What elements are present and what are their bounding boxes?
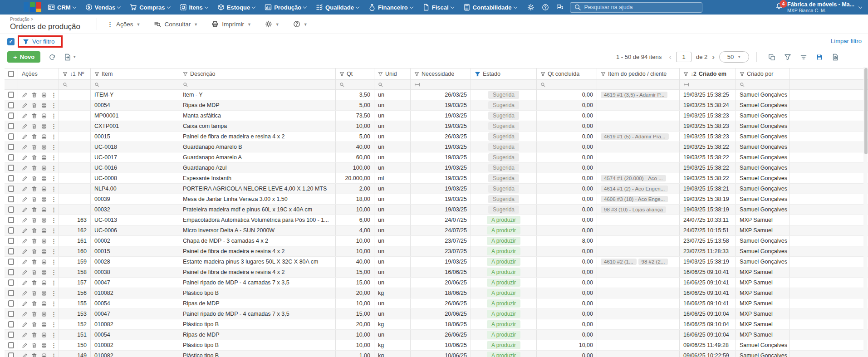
filter-icon[interactable] <box>414 72 419 77</box>
order-item-badge[interactable]: 4610 #2 (1... <box>601 259 637 265</box>
row-more-icon[interactable]: ⋮ <box>51 279 57 286</box>
row-more-icon[interactable]: ⋮ <box>51 92 57 98</box>
delete-icon[interactable] <box>31 155 37 161</box>
ver-filtro-link[interactable]: Ver filtro <box>32 38 55 45</box>
row-more-icon[interactable]: ⋮ <box>51 154 57 161</box>
row-checkbox[interactable] <box>8 206 14 213</box>
edit-icon[interactable] <box>22 280 28 286</box>
column-header-n[interactable]: ↓1Nº <box>59 68 91 79</box>
filter-builder-button[interactable] <box>784 54 791 61</box>
row-checkbox[interactable] <box>8 227 14 234</box>
edit-icon[interactable] <box>22 228 28 234</box>
notifications-bell[interactable]: 4 <box>775 3 783 12</box>
nav-item-itens[interactable]: Itens <box>180 4 208 11</box>
print-icon[interactable] <box>41 353 47 357</box>
nav-item-financeiro[interactable]: Financeiro <box>368 4 413 11</box>
print-icon[interactable] <box>41 123 47 129</box>
row-more-icon[interactable]: ⋮ <box>51 133 57 140</box>
filter-cell-qt[interactable] <box>336 80 374 89</box>
limpar-filtro-link[interactable]: Limpar filtro <box>831 38 862 44</box>
print-icon[interactable] <box>41 207 47 213</box>
edit-icon[interactable] <box>22 311 28 317</box>
row-checkbox[interactable] <box>8 165 14 171</box>
row-more-icon[interactable]: ⋮ <box>51 165 57 171</box>
delete-icon[interactable] <box>31 144 37 150</box>
filter-icon[interactable] <box>683 72 688 77</box>
delete-icon[interactable] <box>31 269 37 275</box>
row-checkbox[interactable] <box>8 144 14 150</box>
next-page-button[interactable]: › <box>712 53 715 61</box>
delete-icon[interactable] <box>31 92 37 98</box>
refresh-button[interactable] <box>49 54 56 61</box>
edit-icon[interactable] <box>22 113 28 119</box>
filter-icon[interactable] <box>183 72 188 77</box>
delete-icon[interactable] <box>31 342 37 348</box>
row-checkbox[interactable] <box>8 259 14 265</box>
row-checkbox[interactable] <box>8 92 14 98</box>
page-number-input[interactable] <box>676 52 691 62</box>
delete-icon[interactable] <box>31 165 37 171</box>
select-all-checkbox[interactable] <box>8 71 14 77</box>
help-search-box[interactable] <box>570 2 702 13</box>
row-checkbox[interactable] <box>8 269 14 275</box>
column-chooser-button[interactable] <box>768 54 775 61</box>
column-header-acoes[interactable]: Ações <box>18 68 59 79</box>
print-icon[interactable] <box>41 113 47 119</box>
row-more-icon[interactable]: ⋮ <box>51 102 57 109</box>
page-size-select[interactable]: 50 ▼ <box>719 51 749 63</box>
order-item-badge[interactable]: 98 #3 (10) - Lojas aliança <box>601 206 666 213</box>
edit-icon[interactable] <box>22 123 28 129</box>
print-icon[interactable] <box>41 280 47 286</box>
report-history-button[interactable] <box>832 54 839 61</box>
settings-gear-icon[interactable] <box>527 4 535 11</box>
previous-page-button[interactable]: ‹ <box>669 53 672 61</box>
imprimir-menu-button[interactable]: Imprimir ▼ <box>211 20 251 28</box>
edit-icon[interactable] <box>22 269 28 275</box>
filter-icon[interactable] <box>94 72 99 77</box>
print-icon[interactable] <box>41 92 47 98</box>
edit-icon[interactable] <box>22 155 28 161</box>
filter-cell-qtc[interactable] <box>537 80 597 89</box>
print-icon[interactable] <box>41 311 47 317</box>
account-menu[interactable]: Fábrica de móveis - Ma... MXP Bianca C. … <box>787 1 854 13</box>
edit-icon[interactable] <box>22 249 28 254</box>
edit-icon[interactable] <box>22 165 28 171</box>
filter-icon[interactable] <box>740 72 745 77</box>
breadcrumb[interactable]: Produção > <box>10 17 80 22</box>
delete-icon[interactable] <box>31 249 37 254</box>
print-icon[interactable] <box>41 322 47 328</box>
row-checkbox[interactable] <box>8 279 14 286</box>
delete-icon[interactable] <box>31 113 37 119</box>
order-item-badge[interactable]: 4619 #1 (5) - Adamir Pra... <box>601 133 669 140</box>
row-checkbox[interactable] <box>8 352 14 357</box>
filter-cell-desc[interactable] <box>179 80 336 89</box>
filter-cell-item[interactable] <box>91 80 179 89</box>
edit-icon[interactable] <box>22 322 28 328</box>
edit-icon[interactable] <box>22 134 28 140</box>
print-icon[interactable] <box>41 144 47 150</box>
edit-icon[interactable] <box>22 238 28 244</box>
row-more-icon[interactable]: ⋮ <box>51 311 57 318</box>
row-checkbox[interactable] <box>8 342 14 348</box>
edit-icon[interactable] <box>22 353 28 357</box>
print-icon[interactable] <box>41 249 47 254</box>
row-more-icon[interactable]: ⋮ <box>51 332 57 338</box>
delete-icon[interactable] <box>31 332 37 338</box>
filter-icon[interactable] <box>601 72 606 77</box>
order-item-badge[interactable]: 98 #2 (2... <box>638 259 668 265</box>
edit-icon[interactable] <box>22 103 28 108</box>
nav-item-fiscal[interactable]: Fiscal <box>422 4 454 11</box>
row-more-icon[interactable]: ⋮ <box>51 269 57 276</box>
row-checkbox[interactable] <box>8 154 14 161</box>
row-checkbox[interactable] <box>8 290 14 296</box>
row-more-icon[interactable]: ⋮ <box>51 352 57 357</box>
print-icon[interactable] <box>41 103 47 108</box>
column-header-qtc[interactable]: Qt concluída <box>537 68 597 79</box>
delete-icon[interactable] <box>31 207 37 213</box>
row-checkbox[interactable] <box>8 123 14 129</box>
row-more-icon[interactable]: ⋮ <box>51 259 57 265</box>
print-icon[interactable] <box>41 217 47 223</box>
chat-icon[interactable] <box>556 4 564 11</box>
delete-icon[interactable] <box>31 186 37 192</box>
print-icon[interactable] <box>41 332 47 338</box>
